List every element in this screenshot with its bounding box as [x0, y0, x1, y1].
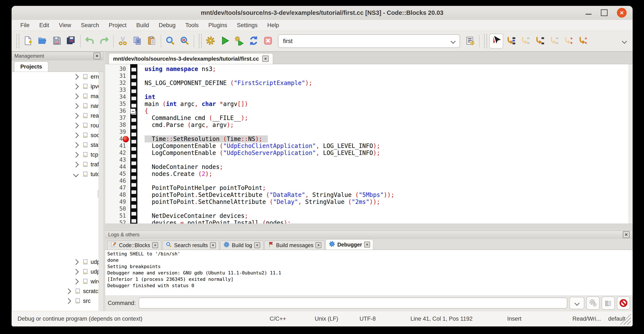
- new-file-button[interactable]: [22, 34, 34, 48]
- step-out-button[interactable]: [548, 34, 561, 48]
- menu-edit[interactable]: Edit: [34, 21, 54, 30]
- close-icon[interactable]: ×: [210, 242, 216, 248]
- find-button[interactable]: [164, 34, 177, 48]
- code-line-49[interactable]: 49 pointToPoint.SetChannelAttribute ("De…: [105, 198, 629, 205]
- next-instruction-button[interactable]: [562, 34, 575, 48]
- log-tab-code-blocks[interactable]: Code::Blocks×: [107, 240, 161, 250]
- code-line-39[interactable]: 39: [105, 128, 629, 135]
- line-number[interactable]: 31: [105, 73, 126, 80]
- code-line-45[interactable]: 45 nodes.Create (2);: [105, 170, 629, 177]
- abort-build-button[interactable]: [262, 34, 274, 48]
- chevron-down-icon[interactable]: [450, 39, 456, 44]
- tree-item-se[interactable]: se: [12, 228, 103, 238]
- editor-vertical-scrollbar[interactable]: [628, 64, 632, 224]
- tree-item-udp[interactable]: udp: [12, 257, 103, 267]
- tree-item-six[interactable]: six: [12, 238, 103, 247]
- rebuild-button[interactable]: [247, 34, 260, 48]
- copy-log-button[interactable]: [602, 296, 615, 310]
- log-tab-build-messages[interactable]: Build messages×: [264, 240, 324, 250]
- run-button[interactable]: [218, 34, 232, 48]
- step-into-instruction-button[interactable]: [576, 34, 590, 48]
- tree-item-src[interactable]: src: [12, 296, 103, 306]
- close-icon[interactable]: ×: [316, 242, 321, 248]
- chevron-right-icon[interactable]: [73, 279, 79, 284]
- chevron-down-icon[interactable]: [73, 171, 79, 177]
- line-number[interactable]: 37: [105, 114, 126, 121]
- menu-view[interactable]: View: [54, 21, 76, 30]
- line-number[interactable]: 33: [105, 87, 126, 94]
- log-tab-build-log[interactable]: Build log×: [220, 240, 263, 250]
- menu-settings[interactable]: Settings: [232, 21, 262, 30]
- tree-item-rout[interactable]: rout: [12, 121, 103, 130]
- paste-button[interactable]: [145, 34, 158, 48]
- title-bar[interactable]: mnt/dev/tools/source/ns-3-dev/examples/t…: [12, 6, 632, 20]
- tree-item-reall[interactable]: reall: [12, 111, 103, 121]
- redo-button[interactable]: [98, 34, 111, 48]
- close-icon[interactable]: ×: [152, 242, 158, 248]
- menu-file[interactable]: File: [16, 21, 34, 30]
- build-and-run-button[interactable]: [233, 34, 246, 48]
- breakpoint-icon[interactable]: [122, 136, 129, 142]
- line-number[interactable]: 44: [105, 163, 126, 170]
- code-line-41[interactable]: 41 LogComponentEnable ("UdpEchoClientApp…: [105, 142, 629, 149]
- close-panel-icon[interactable]: ×: [94, 53, 100, 59]
- step-into-button[interactable]: [533, 34, 546, 48]
- menu-debug[interactable]: Debug: [154, 21, 180, 30]
- tree-item-nam[interactable]: nam: [12, 101, 103, 111]
- code-line-50[interactable]: 50: [105, 205, 629, 212]
- code-line-43[interactable]: 43: [105, 156, 629, 163]
- tree-item-he[interactable]: he: [12, 208, 103, 218]
- cut-button[interactable]: [116, 34, 129, 48]
- debugging-windows-button[interactable]: [586, 296, 600, 310]
- code-line-33[interactable]: 33: [105, 87, 629, 94]
- menu-tools[interactable]: Tools: [180, 21, 204, 30]
- chevron-right-icon[interactable]: [73, 152, 79, 158]
- editor-tab-first-cc[interactable]: mnt/dev/tools/source/ns-3-dev/examples/t…: [108, 53, 273, 64]
- next-line-button[interactable]: [519, 34, 532, 48]
- copy-button[interactable]: [130, 34, 144, 48]
- code-line-51[interactable]: 51 NetDeviceContainer devices;: [105, 212, 629, 219]
- code-line-42[interactable]: 42 LogComponentEnable ("UdpEchoServerApp…: [105, 149, 629, 156]
- tree-item-wire[interactable]: wire: [12, 276, 103, 286]
- code-line-30[interactable]: 30using namespace ns3;: [105, 66, 629, 73]
- close-icon[interactable]: ×: [364, 242, 370, 247]
- tree-item-tcp[interactable]: tcp: [12, 150, 103, 160]
- toolbar-gripper[interactable]: [16, 34, 19, 48]
- tree-item-sock[interactable]: sock: [12, 130, 103, 140]
- tree-item-fo[interactable]: fo: [12, 199, 103, 208]
- tab-projects[interactable]: Projects: [14, 62, 48, 72]
- line-number[interactable]: 46: [105, 177, 126, 184]
- run-to-cursor-button[interactable]: [504, 34, 518, 48]
- fold-collapse-icon[interactable]: [130, 109, 136, 114]
- menu-search[interactable]: Search: [76, 21, 104, 30]
- close-logs-icon[interactable]: ×: [623, 231, 630, 238]
- tree-scrollbar[interactable]: [99, 72, 103, 311]
- tree-item-mat[interactable]: mat: [12, 91, 103, 101]
- build-button[interactable]: [204, 34, 217, 48]
- debugger-output[interactable]: Setting SHELL to '/bin/sh'doneSetting br…: [105, 250, 632, 295]
- close-icon[interactable]: ×: [254, 242, 260, 248]
- code-line-37[interactable]: 37 CommandLine cmd (__FILE__);: [105, 114, 629, 121]
- open-file-button[interactable]: [36, 34, 49, 48]
- line-number[interactable]: 51: [105, 212, 126, 219]
- build-target-options-button[interactable]: [464, 34, 476, 48]
- chevron-right-icon[interactable]: [73, 142, 79, 148]
- menu-project[interactable]: Project: [104, 21, 132, 30]
- line-number[interactable]: 45: [105, 170, 126, 177]
- line-number[interactable]: 43: [105, 156, 126, 163]
- line-number[interactable]: 38: [105, 121, 126, 128]
- chevron-right-icon[interactable]: [73, 103, 79, 109]
- tree-item-th[interactable]: th: [12, 247, 103, 257]
- code-line-34[interactable]: 34int: [105, 94, 629, 101]
- vertical-splitter[interactable]: [103, 52, 105, 311]
- code-line-46[interactable]: 46: [105, 177, 629, 184]
- line-number[interactable]: 39: [105, 128, 126, 135]
- tree-item-erro[interactable]: erro: [12, 72, 103, 82]
- line-number[interactable]: 41: [105, 142, 126, 149]
- line-number[interactable]: 52: [105, 219, 126, 224]
- code-line-48[interactable]: 48 pointToPoint.SetDeviceAttribute ("Dat…: [105, 191, 629, 198]
- chevron-right-icon[interactable]: [73, 123, 79, 128]
- code-line-36[interactable]: 36{: [105, 107, 629, 114]
- tree-item-fif[interactable]: fif: [12, 179, 103, 189]
- code-editor[interactable]: 30using namespace ns3;3132NS_LOG_COMPONE…: [105, 64, 632, 224]
